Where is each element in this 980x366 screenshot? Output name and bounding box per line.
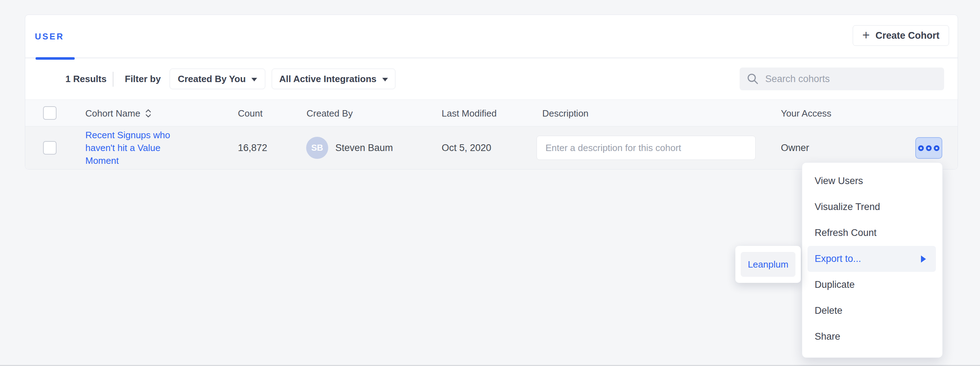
search-input[interactable]	[765, 74, 937, 85]
menu-item-view-users[interactable]: View Users	[802, 168, 942, 194]
cohort-name-cell: Recent Signups who haven't hit a Value M…	[85, 127, 170, 169]
cohort-name-line: Moment	[85, 154, 170, 167]
filter-divider	[113, 72, 113, 87]
last-modified-cell: Oct 5, 2020	[442, 127, 492, 169]
menu-item-export-to-label: Export to...	[815, 254, 861, 265]
cohort-name-header-label: Cohort Name	[85, 108, 140, 119]
tab-user[interactable]: USER	[35, 15, 64, 58]
created-by-dropdown-label: Created By You	[178, 74, 246, 85]
menu-item-export-to[interactable]: Export to...	[808, 246, 936, 272]
avatar-initials: SB	[311, 143, 323, 153]
ellipsis-icon	[934, 145, 939, 151]
integrations-dropdown[interactable]: All Active Integrations	[272, 68, 395, 89]
cohorts-card: USER + Create Cohort 1 Results Filter by…	[25, 14, 958, 170]
submenu-item-leanplum[interactable]: Leanplum	[741, 252, 795, 277]
table-header: Cohort Name Count Created By Last Modifi…	[25, 100, 958, 127]
submenu-arrow-icon	[921, 255, 926, 263]
row-actions-menu: View Users Visualize Trend Refresh Count…	[802, 162, 943, 358]
cohort-name-line: haven't hit a Value	[85, 141, 170, 154]
description-input[interactable]	[536, 136, 756, 160]
create-cohort-button[interactable]: + Create Cohort	[853, 25, 949, 46]
plus-icon: +	[862, 29, 870, 41]
chevron-down-icon	[382, 78, 388, 81]
integrations-dropdown-label: All Active Integrations	[279, 74, 377, 85]
menu-item-share[interactable]: Share	[802, 324, 942, 350]
select-all-checkbox[interactable]	[43, 106, 57, 120]
cohorts-page: USER + Create Cohort 1 Results Filter by…	[0, 0, 980, 366]
column-header-last-modified: Last Modified	[442, 100, 497, 127]
ellipsis-icon	[918, 145, 924, 151]
filter-row: 1 Results Filter by Created By You All A…	[25, 58, 958, 100]
avatar: SB	[306, 137, 328, 159]
created-by-name: Steven Baum	[335, 143, 393, 154]
row-checkbox[interactable]	[43, 141, 57, 155]
menu-item-visualize-trend[interactable]: Visualize Trend	[802, 194, 942, 220]
cohort-name-line: Recent Signups who	[85, 128, 170, 141]
column-header-description: Description	[542, 100, 589, 127]
menu-item-duplicate[interactable]: Duplicate	[802, 272, 942, 298]
column-header-created-by: Created By	[307, 100, 353, 127]
tab-user-label: USER	[35, 32, 64, 41]
ellipsis-icon	[926, 145, 932, 151]
create-cohort-label: Create Cohort	[875, 30, 939, 41]
created-by-cell: SB Steven Baum	[306, 127, 393, 169]
row-actions-button[interactable]	[915, 137, 942, 159]
sort-icon	[145, 109, 152, 118]
search-box	[740, 68, 944, 90]
search-icon	[747, 73, 759, 85]
count-cell: 16,872	[238, 127, 267, 169]
menu-item-delete[interactable]: Delete	[802, 298, 942, 324]
filter-by-label: Filter by	[125, 58, 161, 100]
column-header-count: Count	[238, 100, 262, 127]
results-count: 1 Results	[65, 58, 107, 100]
menu-item-refresh-count[interactable]: Refresh Count	[802, 220, 942, 246]
export-submenu: Leanplum	[735, 246, 801, 283]
created-by-dropdown[interactable]: Created By You	[170, 68, 265, 89]
cohort-name-link[interactable]: Recent Signups who haven't hit a Value M…	[85, 128, 170, 167]
column-header-cohort-name[interactable]: Cohort Name	[85, 100, 152, 127]
tab-bar: USER + Create Cohort	[25, 15, 958, 58]
column-header-your-access: Your Access	[781, 100, 831, 127]
chevron-down-icon	[251, 78, 257, 81]
